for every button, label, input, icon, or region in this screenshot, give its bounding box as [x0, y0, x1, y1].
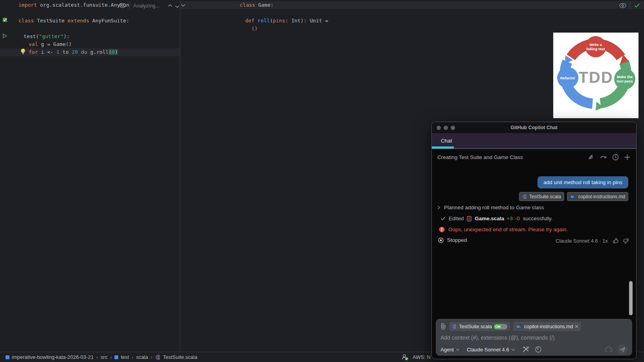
tools-icon[interactable]: [522, 346, 529, 353]
code-line: import org.scalatest.funsuite.AnyFun: [18, 1, 129, 9]
divider: [130, 2, 130, 9]
toggle-on-label: ON: [494, 324, 501, 329]
aws-status-text: AWS: N: [413, 354, 431, 360]
new-chat-plus-icon[interactable]: [624, 154, 631, 161]
code-line: def roll(pins: Int): Unit =: [245, 17, 328, 25]
history-clock-icon[interactable]: [612, 154, 619, 161]
attachment-name: TestSuite.scala: [529, 194, 561, 199]
edited-suffix: successfully.: [523, 216, 553, 221]
copilot-chat-window: GitHub Copilot Chat Chat Creating Test S…: [431, 122, 637, 359]
code-line: test("gutter"):: [24, 33, 70, 40]
editor-left-pane[interactable]: import org.scalatest.funsuite.AnyFun cla…: [0, 0, 180, 352]
run-test-class-icon[interactable]: [2, 17, 8, 25]
intention-lightbulb-icon[interactable]: [20, 48, 26, 57]
active-tab-indicator: [432, 146, 454, 148]
tdd-step-write-failing-test: Write a failing test: [584, 42, 607, 51]
thumbs-down-icon[interactable]: [623, 238, 629, 244]
attachment-chip-testsuite[interactable]: TestSuite.scala: [519, 192, 564, 201]
aws-status-label[interactable]: AWS: N: [413, 354, 431, 360]
status-text: Stopped: [447, 237, 467, 243]
code-line: for i <- 1 to 20 do g.roll(0): [29, 48, 118, 56]
plan-step-row[interactable]: Planned adding roll method to Game class: [437, 205, 544, 210]
eye-icon[interactable]: [119, 3, 127, 8]
error-icon: [439, 227, 445, 232]
tab-chat[interactable]: Chat: [432, 138, 452, 144]
status-row: Stopped: [438, 237, 467, 243]
breadcrumb-chevron-icon: ›: [151, 355, 152, 360]
check-icon: [440, 216, 446, 221]
user-message-bubble: add unit method roll taking in pins: [538, 176, 628, 188]
chat-scrollbar-thumb[interactable]: [629, 281, 633, 315]
error-text: Oops, unexpected end of stream. Please t…: [448, 227, 568, 232]
breadcrumb-project[interactable]: imperative-bowling-kata-2026-03-21: [6, 354, 94, 360]
context-chip-instructions[interactable]: M↓ copilot-instructions.md: [513, 322, 581, 331]
error-row: Oops, unexpected end of stream. Please t…: [439, 227, 568, 232]
redo-curve-icon[interactable]: [600, 154, 607, 160]
breadcrumb-src[interactable]: src: [101, 354, 107, 360]
edits-quill-icon[interactable]: [587, 154, 594, 161]
no-problems-check-icon[interactable]: [634, 3, 640, 8]
chevron-down-icon: [456, 348, 460, 351]
remove-context-close-icon[interactable]: [575, 325, 578, 328]
model-meta-text: Claude Sonnet 4.6 · 1x: [556, 238, 608, 244]
model-label: Claude Sonnet 4.6: [467, 347, 509, 353]
inspections-widget-right: [619, 1, 640, 10]
scala-modified-file-icon: [467, 216, 472, 221]
usage-gauge-icon[interactable]: [535, 346, 542, 353]
thumbs-up-icon[interactable]: [613, 238, 619, 244]
model-dropdown[interactable]: Claude Sonnet 4.6: [467, 347, 515, 353]
expand-chevron-right-icon: [437, 205, 440, 210]
cloud-send-icon[interactable]: [605, 346, 613, 353]
module-icon: [6, 355, 9, 359]
thread-header: Creating Test Suite and Game Class: [432, 149, 636, 165]
chat-window-titlebar: GitHub Copilot Chat: [432, 122, 636, 133]
breadcrumb-label: TestSuite.scala: [163, 354, 197, 360]
edited-file-name[interactable]: Game.scala: [475, 216, 504, 221]
scala-file-icon: [522, 194, 527, 199]
mode-label: Agent: [440, 347, 454, 353]
markdown-icon: M↓: [516, 324, 522, 329]
divider: [630, 2, 630, 9]
scala-file-icon: [155, 355, 161, 360]
breadcrumb-chevron-icon: ›: [132, 355, 133, 360]
prev-problem-chevron-up-icon[interactable]: [168, 4, 172, 7]
edited-label: Edited: [449, 216, 464, 221]
context-file-name: copilot-instructions.md: [524, 324, 573, 329]
chat-input-placeholder[interactable]: Add context (#), extensions (@), command…: [440, 335, 627, 341]
attachment-chip-instructions[interactable]: M↓ copilot-instructions.md: [567, 192, 628, 201]
context-on-toggle[interactable]: ON: [494, 324, 507, 329]
breadcrumb-chevron-icon: ›: [96, 355, 98, 360]
lines-added-badge: +3: [506, 216, 512, 221]
chat-tabbar: Chat: [432, 133, 636, 149]
eye-icon[interactable]: [619, 3, 627, 8]
model-meta-row: Claude Sonnet 4.6 · 1x: [556, 238, 629, 244]
paperclip-icon[interactable]: [440, 323, 446, 330]
next-problem-chevron-down-icon[interactable]: [181, 4, 185, 7]
send-button[interactable]: [617, 344, 627, 355]
chevron-down-icon: [511, 348, 515, 351]
code-line: class Game:: [240, 1, 273, 9]
context-chip-testsuite[interactable]: TestSuite.scala ON: [449, 322, 510, 331]
module-icon: [114, 355, 118, 359]
chat-input-box[interactable]: TestSuite.scala ON M↓ copilot-instructio…: [436, 319, 632, 356]
breadcrumb-label: test: [121, 354, 129, 360]
breadcrumb-label: imperative-bowling-kata-2026-03-21: [12, 354, 94, 360]
thread-title: Creating Test Suite and Game Class: [437, 154, 523, 160]
scala-file-icon: [452, 324, 457, 329]
breadcrumb-scala[interactable]: scala: [136, 354, 148, 360]
mode-dropdown[interactable]: Agent: [440, 347, 460, 353]
breadcrumb-chevron-icon: ›: [110, 355, 112, 360]
code-line: (): [251, 25, 258, 33]
codewhisperer-user-icon[interactable]: [402, 354, 409, 362]
run-test-icon[interactable]: [2, 33, 8, 40]
edited-file-row: Edited Game.scala +3 -0 successfully.: [440, 216, 552, 221]
chat-window-title: GitHub Copilot Chat: [432, 125, 636, 130]
breadcrumb-test[interactable]: test: [114, 354, 129, 360]
breadcrumb-label: scala: [136, 354, 148, 360]
ide-root: { "editor_left": { "analyzing_label": "A…: [0, 0, 644, 362]
lines-removed-badge: -0: [515, 216, 520, 221]
stopped-record-icon: [438, 238, 444, 243]
breadcrumb-file[interactable]: TestSuite.scala: [155, 354, 197, 360]
markdown-icon: M↓: [570, 194, 576, 199]
send-plane-icon: [620, 347, 625, 352]
